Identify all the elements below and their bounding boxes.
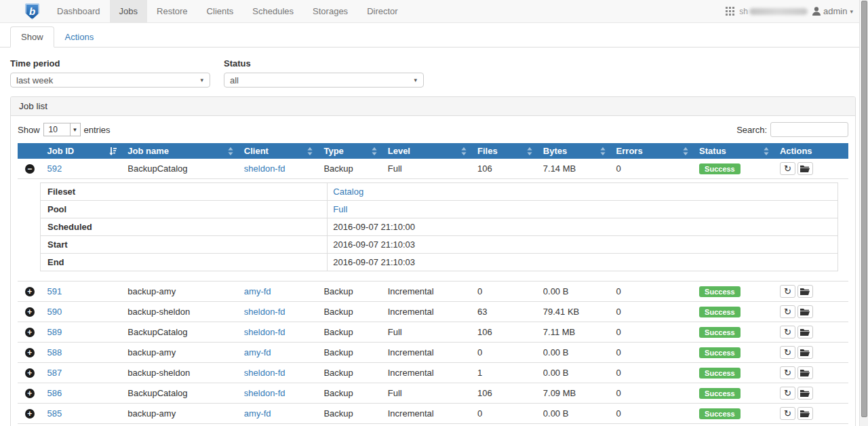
client-link[interactable]: amy-fd	[244, 286, 271, 296]
director-hostname: sh	[739, 7, 808, 16]
browse-files-button[interactable]	[797, 162, 813, 175]
search-input[interactable]	[770, 122, 848, 137]
job-id-link[interactable]: 586	[47, 388, 62, 398]
job-id-link[interactable]: 590	[47, 307, 62, 317]
column-header-job-id[interactable]: Job ID	[42, 143, 123, 159]
rerun-icon: ↻	[784, 328, 791, 336]
detail-label: Start	[41, 236, 328, 254]
client-link[interactable]: amy-fd	[244, 347, 271, 357]
nav-item-restore[interactable]: Restore	[147, 0, 197, 22]
status-badge: Success	[699, 327, 741, 338]
column-header-files[interactable]: Files	[472, 143, 538, 159]
nav-item-schedules[interactable]: Schedules	[243, 0, 303, 22]
client-link[interactable]: sheldon-fd	[244, 368, 285, 378]
rerun-button[interactable]: ↻	[780, 305, 795, 318]
rerun-button[interactable]: ↻	[780, 285, 795, 298]
job-errors: 0	[611, 424, 694, 426]
job-level: Full	[382, 322, 472, 343]
job-level: Full	[382, 159, 472, 179]
rerun-button[interactable]: ↻	[780, 366, 795, 379]
grid-icon[interactable]	[726, 7, 734, 16]
tab-show[interactable]: Show	[10, 26, 54, 47]
job-id-link[interactable]: 587	[47, 368, 62, 378]
job-row: + 590 backup-sheldon sheldon-fd Backup I…	[18, 302, 848, 322]
column-header-level[interactable]: Level	[382, 143, 472, 159]
job-name: backup-amy	[122, 404, 239, 424]
status-badge: Success	[699, 286, 741, 297]
job-id-link[interactable]: 591	[47, 286, 62, 296]
client-link[interactable]: sheldon-fd	[244, 327, 285, 337]
rerun-icon: ↻	[784, 164, 791, 173]
nav-item-jobs[interactable]: Jobs	[110, 0, 147, 22]
browse-files-button[interactable]	[797, 285, 813, 298]
client-link[interactable]: amy-fd	[244, 408, 271, 419]
expand-icon[interactable]: +	[25, 328, 35, 337]
rerun-button[interactable]: ↻	[780, 346, 795, 359]
column-header-actions[interactable]: Actions	[774, 143, 848, 159]
job-files: 0	[472, 343, 538, 363]
tab-actions[interactable]: Actions	[54, 26, 105, 47]
column-header-client[interactable]: Client	[239, 143, 319, 159]
rerun-icon: ↻	[784, 409, 791, 418]
client-link[interactable]: sheldon-fd	[244, 388, 285, 398]
browse-files-button[interactable]	[797, 387, 813, 400]
status-badge: Success	[699, 307, 741, 317]
time-period-select[interactable]: last week ▾	[10, 73, 210, 88]
job-bytes: 7.11 MB	[538, 322, 611, 343]
nav-item-clients[interactable]: Clients	[197, 0, 243, 22]
sort-icon	[228, 147, 233, 155]
column-header-job-name[interactable]: Job name	[122, 143, 239, 159]
status-badge: Success	[699, 347, 741, 358]
browse-files-button[interactable]	[797, 407, 813, 420]
rerun-button[interactable]: ↻	[780, 387, 795, 400]
nav-item-storages[interactable]: Storages	[303, 0, 357, 22]
job-errors: 0	[611, 159, 694, 179]
column-header-bytes[interactable]: Bytes	[538, 143, 611, 159]
nav-item-director[interactable]: Director	[357, 0, 408, 22]
rerun-button[interactable]: ↻	[780, 407, 795, 420]
expand-icon[interactable]: +	[25, 409, 35, 419]
status-select[interactable]: all ▾	[224, 73, 424, 88]
job-type: Backup	[318, 363, 382, 383]
expand-icon[interactable]: +	[25, 389, 35, 398]
column-header-status[interactable]: Status	[694, 143, 774, 159]
job-id-link[interactable]: 589	[47, 327, 62, 337]
expand-icon[interactable]: +	[25, 287, 35, 296]
scrollbar-thumb[interactable]	[861, 1, 867, 417]
user-menu[interactable]: admin ▾	[812, 6, 853, 16]
entries-select[interactable]: 10 ▼	[43, 123, 81, 136]
client-link[interactable]: sheldon-fd	[244, 307, 285, 317]
expand-icon[interactable]: +	[25, 368, 35, 378]
nav-item-dashboard[interactable]: Dashboard	[47, 0, 110, 22]
browse-files-button[interactable]	[797, 366, 813, 379]
sort-icon	[527, 147, 532, 155]
job-id-link[interactable]: 588	[47, 347, 62, 357]
column-header-type[interactable]: Type	[318, 143, 382, 159]
detail-link-pool[interactable]: Full	[333, 204, 347, 214]
bareos-logo[interactable]: b	[25, 0, 39, 22]
job-id-link[interactable]: 585	[47, 408, 62, 419]
sort-icon	[372, 147, 377, 155]
expand-icon[interactable]: +	[25, 307, 35, 317]
browse-files-button[interactable]	[797, 326, 813, 338]
sort-desc-icon	[109, 147, 117, 155]
sort-icon	[600, 147, 606, 155]
rerun-icon: ↻	[784, 307, 791, 316]
job-row: + 585 backup-amy amy-fd Backup Increment…	[18, 404, 848, 424]
expand-icon[interactable]: +	[25, 348, 35, 357]
job-detail-table: Fileset Catalog Pool Full Scheduled 2016…	[40, 182, 838, 271]
browse-files-button[interactable]	[797, 305, 813, 318]
job-id-link[interactable]: 592	[47, 163, 62, 174]
table-body: − 592 BackupCatalog sheldon-fd Backup Fu…	[18, 159, 848, 426]
client-link[interactable]: sheldon-fd	[244, 163, 285, 174]
username: admin	[823, 6, 847, 16]
collapse-icon[interactable]: −	[25, 164, 35, 174]
column-header-errors[interactable]: Errors	[611, 143, 694, 159]
detail-value: 2016-09-07 21:10:00	[328, 218, 838, 236]
detail-link-fileset[interactable]: Catalog	[333, 187, 363, 197]
rerun-button[interactable]: ↻	[780, 326, 795, 338]
job-files: 106	[472, 383, 538, 404]
scrollbar	[859, 0, 868, 426]
browse-files-button[interactable]	[797, 346, 813, 359]
rerun-button[interactable]: ↻	[780, 162, 795, 175]
